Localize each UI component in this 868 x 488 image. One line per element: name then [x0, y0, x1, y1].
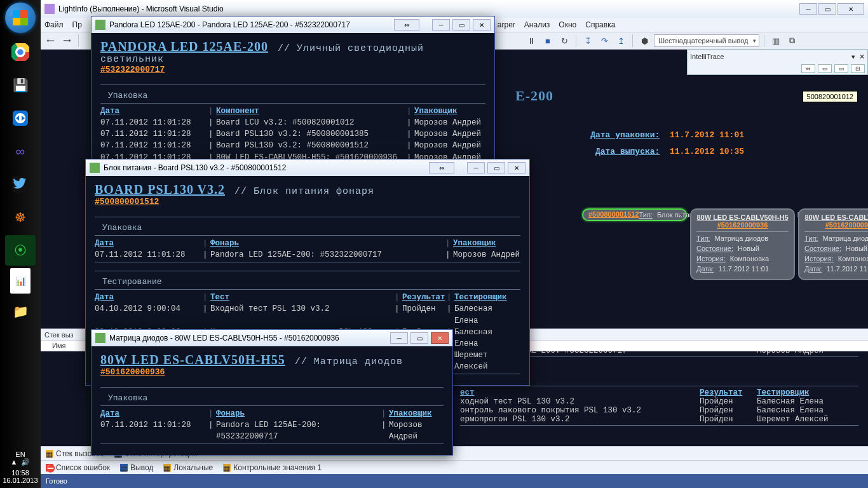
tb-extra-2[interactable]: ⧉: [785, 34, 799, 48]
vs-min-button[interactable]: ─: [799, 3, 817, 15]
tb-restart-icon[interactable]: ↻: [557, 34, 571, 48]
it-btn-3[interactable]: ▭: [834, 64, 848, 73]
win2-close[interactable]: ✕: [508, 162, 526, 173]
start-button[interactable]: [5, 3, 36, 33]
taskbar: 💾 ∞ ☸ ⦿ 📊 📁 EN ▲🔊 10:58 16.01.2013: [0, 0, 41, 488]
tray-lang[interactable]: EN: [3, 451, 37, 458]
vs-close-button[interactable]: ✕: [837, 3, 864, 15]
win1-max[interactable]: ▭: [452, 19, 470, 30]
app-icon-1[interactable]: ☸: [5, 202, 36, 233]
tray-time[interactable]: 10:58: [3, 469, 37, 477]
component-card[interactable]: 80W LED ES-CABLV50H-H5#501620000907 Тип:…: [798, 208, 868, 280]
app-icon: [95, 333, 105, 343]
win2-serial[interactable]: #500800001512: [95, 197, 520, 207]
tb-hex-select[interactable]: Шестнадцатеричный вывод: [654, 34, 759, 47]
win3-title: Матрица диодов - 80W LED ES-CABLV50H-H55…: [109, 334, 339, 342]
component-card[interactable]: 80W LED ES-CABLV50H-H5#501620000936 Тип:…: [690, 208, 795, 280]
win2-min[interactable]: ─: [467, 162, 485, 173]
window-led: Матрица диодов - 80W LED ES-CABLV50H-H55…: [91, 329, 453, 456]
tb-stop-icon[interactable]: ■: [541, 34, 555, 48]
panel-dropdown-icon[interactable]: ▾: [851, 53, 855, 61]
win1-min[interactable]: ─: [432, 19, 450, 30]
statusbar: Готово: [41, 474, 868, 488]
menu-help[interactable]: Справка: [585, 20, 615, 29]
vs-titlebar: LightInfo (Выполнение) - Microsoft Visua…: [41, 0, 868, 18]
tb-step-into-icon[interactable]: ↧: [581, 34, 595, 48]
app-icon: [95, 20, 105, 30]
win2-back[interactable]: ⇔: [429, 162, 454, 173]
twitter-icon[interactable]: [5, 169, 36, 200]
win2-title: Блок питания - Board PSL130 v3.2 - #5008…: [104, 163, 286, 172]
it-btn-1[interactable]: ⇔: [801, 64, 815, 73]
it-btn-4[interactable]: ⊟: [851, 64, 865, 73]
windows-logo-icon: [13, 10, 28, 25]
vs-max-button[interactable]: ▭: [818, 3, 836, 15]
bg-dates: Дата упаковки: 11.7.2012 11:01 Дата выпу…: [477, 127, 744, 160]
callstack-col-name: Имя: [52, 342, 65, 349]
tab-errors[interactable]: ⛔Список ошибок: [41, 461, 115, 474]
win1-serial[interactable]: #532322000717: [100, 65, 485, 74]
intellitrace-title: IntelliTrace: [690, 53, 851, 60]
win3-min[interactable]: ─: [390, 332, 408, 344]
tab-locals[interactable]: ▦Локальные: [158, 461, 218, 474]
menu-edit[interactable]: Пр: [72, 20, 82, 29]
tab-watch[interactable]: ▦Контрольные значения 1: [218, 461, 327, 474]
menu-window[interactable]: Окно: [559, 20, 576, 29]
teamviewer-icon[interactable]: [5, 103, 36, 133]
win3-max[interactable]: ▭: [410, 332, 428, 344]
component-card[interactable]: Board PSL130 v3.2#500800001512 Тип: Блок…: [582, 208, 687, 221]
tb-hex-icon[interactable]: ⬢: [637, 34, 651, 48]
tooltip: 500820001012: [803, 91, 858, 102]
tab-output[interactable]: ▤Вывод: [115, 461, 158, 474]
it-btn-2[interactable]: ▭: [818, 64, 832, 73]
tb-step-over-icon[interactable]: ↷: [597, 34, 611, 48]
tb-step-out-icon[interactable]: ↥: [614, 34, 628, 48]
tray-volume-icon[interactable]: 🔊: [21, 458, 30, 466]
menu-analyze[interactable]: Анализ: [524, 20, 550, 29]
tb-nav-fwd[interactable]: ⭢: [60, 34, 74, 48]
tb-nav-back[interactable]: ⭠: [43, 34, 57, 48]
menu-file[interactable]: Файл: [44, 20, 64, 29]
app-icon-2[interactable]: ⦿: [5, 235, 36, 266]
win1-back[interactable]: ⇔: [394, 19, 419, 30]
tray-date[interactable]: 16.01.2013: [3, 477, 37, 484]
win1-title: Pandora LED 125AE-200 - Pandora LED 125A…: [109, 20, 350, 29]
win3-serial[interactable]: #501620000936: [100, 367, 444, 377]
win1-close[interactable]: ✕: [473, 19, 491, 30]
tb-extra-1[interactable]: ▥: [769, 34, 783, 48]
system-tray: EN ▲🔊 10:58 16.01.2013: [3, 448, 37, 488]
chrome-icon[interactable]: [5, 37, 36, 67]
tb-pause-icon[interactable]: ⏸: [524, 34, 538, 48]
save-all-icon[interactable]: 💾: [5, 70, 36, 100]
menu-resharper[interactable]: arper: [498, 20, 515, 29]
win3-close[interactable]: ✕: [431, 332, 449, 344]
vs-app-icon: [44, 4, 55, 14]
explorer-icon[interactable]: 📁: [5, 296, 36, 327]
bg-title: E-200: [515, 88, 553, 104]
tray-flag-icon[interactable]: ▲: [11, 458, 18, 466]
visual-studio-icon[interactable]: ∞: [5, 136, 36, 166]
win2-max[interactable]: ▭: [487, 162, 505, 173]
intellitrace-panel: IntelliTrace▾✕ ⇔ ▭ ▭ ⊟: [687, 50, 868, 75]
panel-close-icon[interactable]: ✕: [859, 53, 865, 61]
app-icon-3[interactable]: 📊: [10, 268, 31, 294]
bg-test-section: естРезультатТестировщик ходной тест PSL …: [460, 384, 858, 428]
app-icon: [90, 163, 100, 173]
vs-title: LightInfo (Выполнение) - Microsoft Visua…: [58, 4, 224, 13]
